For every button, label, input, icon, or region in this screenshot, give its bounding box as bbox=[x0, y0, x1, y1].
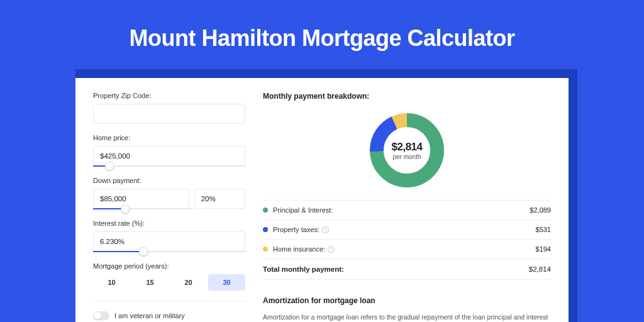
toggle-knob bbox=[94, 312, 101, 319]
down-payment-input[interactable] bbox=[93, 189, 189, 209]
zip-field-group: Property Zip Code: bbox=[93, 92, 245, 124]
slider-fill bbox=[93, 208, 121, 209]
period-row: 10 15 20 30 bbox=[93, 274, 245, 291]
period-btn-20[interactable]: 20 bbox=[170, 274, 207, 291]
veteran-toggle[interactable] bbox=[93, 311, 109, 320]
info-icon[interactable]: ? bbox=[322, 226, 329, 233]
down-payment-pct-input[interactable] bbox=[194, 189, 245, 209]
legend-text: Property taxes: bbox=[273, 226, 319, 233]
page-title: Mount Hamilton Mortgage Calculator bbox=[0, 0, 644, 69]
interest-field-group: Interest rate (%): bbox=[93, 219, 245, 252]
zip-input[interactable] bbox=[93, 104, 245, 124]
legend-dot-blue-icon bbox=[263, 227, 268, 232]
donut-chart: $2,814 per month bbox=[369, 112, 445, 189]
legend-value: $2,089 bbox=[530, 206, 551, 214]
home-price-slider[interactable] bbox=[93, 165, 245, 167]
donut-value: $2,814 bbox=[392, 141, 423, 153]
period-label: Mortgage period (years): bbox=[93, 262, 245, 270]
slider-thumb[interactable] bbox=[139, 247, 148, 256]
legend-row-taxes: Property taxes: ? $531 bbox=[263, 220, 551, 239]
slider-thumb[interactable] bbox=[105, 162, 114, 170]
down-payment-slider[interactable] bbox=[93, 208, 193, 209]
calculator-panel: Property Zip Code: Home price: Down paym… bbox=[75, 78, 569, 322]
panel-shadow: Property Zip Code: Home price: Down paym… bbox=[75, 69, 577, 322]
legend-dot-green-icon bbox=[263, 208, 268, 213]
veteran-toggle-row: I am veteran or military bbox=[93, 311, 245, 320]
legend-value: $194 bbox=[536, 245, 551, 253]
interest-slider[interactable] bbox=[93, 251, 245, 252]
slider-fill bbox=[93, 165, 105, 167]
form-column: Property Zip Code: Home price: Down paym… bbox=[93, 92, 245, 322]
period-btn-15[interactable]: 15 bbox=[131, 274, 169, 291]
breakdown-column: Monthly payment breakdown: $2,814 per mo… bbox=[263, 92, 551, 322]
legend-label: Principal & Interest: bbox=[273, 206, 530, 214]
period-btn-30[interactable]: 30 bbox=[208, 274, 245, 291]
amortization-title: Amortization for mortgage loan bbox=[263, 296, 551, 305]
donut-wrap: $2,814 per month bbox=[263, 108, 551, 200]
divider bbox=[93, 301, 245, 301]
amortization-body: Amortization for a mortgage loan refers … bbox=[263, 313, 551, 322]
period-field-group: Mortgage period (years): 10 15 20 30 bbox=[93, 262, 245, 291]
total-value: $2,814 bbox=[529, 265, 551, 273]
info-icon[interactable]: ? bbox=[328, 246, 335, 253]
legend-text: Home insurance: bbox=[273, 245, 325, 253]
zip-label: Property Zip Code: bbox=[93, 92, 245, 99]
legend-dot-yellow-icon bbox=[263, 247, 268, 252]
donut-center: $2,814 per month bbox=[369, 112, 445, 189]
slider-thumb[interactable] bbox=[121, 204, 130, 213]
down-payment-label: Down payment: bbox=[93, 177, 245, 184]
interest-input[interactable] bbox=[93, 231, 245, 252]
breakdown-title: Monthly payment breakdown: bbox=[263, 92, 551, 101]
legend-label: Home insurance: ? bbox=[273, 245, 536, 253]
interest-label: Interest rate (%): bbox=[93, 219, 245, 227]
legend-value: $531 bbox=[536, 226, 551, 233]
legend-row-insurance: Home insurance: ? $194 bbox=[263, 240, 551, 258]
down-payment-field-group: Down payment: bbox=[93, 177, 245, 209]
period-btn-10[interactable]: 10 bbox=[93, 274, 130, 291]
veteran-toggle-label: I am veteran or military bbox=[114, 312, 185, 319]
home-price-input[interactable] bbox=[93, 146, 245, 166]
donut-sub: per month bbox=[392, 153, 421, 160]
total-label: Total monthly payment: bbox=[263, 265, 529, 273]
home-price-field-group: Home price: bbox=[93, 134, 245, 167]
slider-fill bbox=[93, 251, 139, 252]
home-price-label: Home price: bbox=[93, 134, 245, 142]
legend-label: Property taxes: ? bbox=[273, 226, 536, 233]
legend-row-principal: Principal & Interest: $2,089 bbox=[263, 201, 551, 219]
total-row: Total monthly payment: $2,814 bbox=[263, 258, 551, 280]
